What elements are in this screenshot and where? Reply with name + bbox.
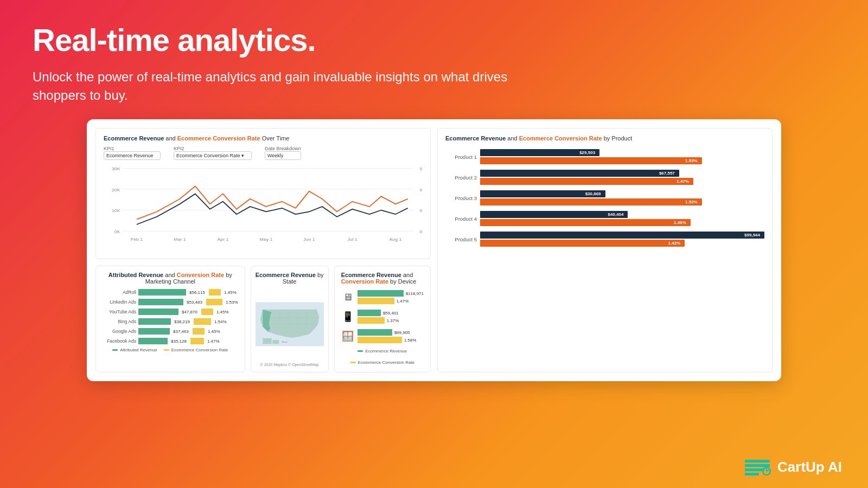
bar-title-bold: Ecommerce Revenue [445, 135, 506, 142]
product4-bars: $40,404 1.46% [480, 211, 764, 226]
line-chart-svg: 30K 20K 10K 0K 0.15 0.10 0.05 0.00 Feb 1… [104, 163, 423, 250]
line-title-orange: Ecommerce Conversion Rate [177, 135, 260, 142]
svg-text:Jun 1: Jun 1 [303, 237, 315, 242]
product1-bars: $29,503 1.53% [480, 149, 764, 164]
svg-rect-26 [263, 338, 271, 344]
svg-text:Aug 1: Aug 1 [390, 237, 402, 242]
svg-text:0.15: 0.15 [420, 167, 423, 171]
mobile-row: 📱 $59,401 1.37% [341, 310, 424, 324]
svg-text:May 1: May 1 [260, 237, 273, 242]
mobile-icon: 📱 [341, 311, 354, 323]
legend-yellow-dot [164, 349, 169, 351]
legend-green-dot [112, 349, 118, 351]
svg-text:30K: 30K [112, 167, 120, 171]
svg-text:Feb 1: Feb 1 [131, 237, 143, 242]
bar-chart-title: Ecommerce Revenue and Ecommerce Conversi… [445, 135, 764, 142]
kpi1-label: KPI1 [104, 146, 161, 151]
legend-rev-label: Attributed Revenue [120, 348, 157, 352]
mkt-google: Google Ads $37,463 1.45% [103, 328, 238, 335]
line-chart-title: Ecommerce Revenue and Ecommerce Conversi… [104, 135, 423, 142]
svg-text:0.00: 0.00 [420, 230, 423, 234]
tablet-rev-bar [358, 329, 392, 336]
svg-text:0.05: 0.05 [420, 209, 423, 213]
kpi-row: KPI1 Ecommerce Revenue KPI2 Ecommerce Co… [104, 146, 423, 160]
desktop-row: 🖥 $118,971 1.47% [341, 290, 424, 304]
page-subtitle: Unlock the power of real-time analytics … [33, 68, 521, 104]
product3-label: Product 3 [445, 195, 477, 201]
device-panel: Ecommerce Revenue and Conversion Rate by… [334, 266, 431, 373]
date-group: Date Breakdown Weekly [265, 146, 301, 160]
svg-rect-31 [745, 468, 764, 471]
kpi1-select[interactable]: Ecommerce Revenue [104, 151, 161, 160]
us-map-svg: Mexico [256, 289, 324, 359]
line-chart-panel: Ecommerce Revenue and Ecommerce Conversi… [95, 128, 431, 259]
main-content: Real-time analytics. Unlock the power of… [0, 0, 868, 392]
svg-rect-29 [745, 460, 770, 463]
mobile-conv-bar [358, 317, 385, 324]
logo-text: CartUp AI [777, 459, 842, 476]
desktop-conv-bar [358, 298, 394, 304]
svg-rect-27 [272, 340, 278, 344]
product4-conv-bar: 1.46% [480, 219, 691, 226]
product2-label: Product 2 [445, 175, 477, 181]
marketing-legend: Attributed Revenue Ecommerce Conversion … [103, 348, 238, 352]
svg-text:20K: 20K [112, 188, 120, 192]
marketing-panel: Attributed Revenue and Conversion Rate b… [95, 266, 245, 373]
product1-conv-bar: 1.53% [480, 157, 702, 164]
kpi1-group: KPI1 Ecommerce Revenue [104, 146, 161, 160]
product4-rev-bar: $40,404 [480, 211, 628, 218]
product3-rev-bar: $30,869 [480, 190, 605, 197]
product2-row: Product 2 $67,557 1.47% [445, 170, 764, 185]
bottom-row: Attributed Revenue and Conversion Rate b… [95, 266, 431, 373]
svg-text:0.10: 0.10 [420, 188, 423, 192]
bar-title-orange: Ecommerce Conversion Rate [519, 135, 602, 142]
product5-rev-bar: $99,944 [480, 232, 764, 239]
device-title: Ecommerce Revenue and Conversion Rate by… [341, 272, 424, 285]
svg-text:Mexico: Mexico [282, 341, 288, 343]
mkt-adroll: AdRoll $56,115 1.45% [103, 289, 238, 296]
bar-chart-panel: Ecommerce Revenue and Ecommerce Conversi… [437, 128, 773, 373]
map-title: Ecommerce Revenue by State [256, 272, 324, 285]
mobile-rev-bar [358, 310, 381, 316]
dev-title-orange: Conversion Rate [341, 278, 388, 285]
svg-text:Mar 1: Mar 1 [174, 237, 186, 242]
kpi2-group: KPI2 Ecommerce Conversion Rate ▾ [174, 146, 252, 160]
mkt-linkedin: LinkedIn Ads $53,483 1.53% [103, 299, 238, 305]
dev-title-bold1: Ecommerce Revenue [341, 272, 401, 278]
product-bars: Product 1 $29,503 1.53% Product 2 $67,55… [445, 149, 764, 247]
product5-conv-bar: 1.42% [480, 240, 685, 247]
product3-conv-bar: 1.53% [480, 198, 702, 206]
tablet-row: 🪟 $89,905 1.58% [341, 329, 424, 343]
mkt-title-bold: Attributed Revenue [108, 272, 163, 278]
dashboard-card: Ecommerce Revenue and Ecommerce Conversi… [87, 119, 781, 381]
product5-label: Product 5 [445, 236, 477, 242]
svg-rect-32 [745, 473, 759, 476]
desktop-icon: 🖥 [341, 292, 354, 303]
mkt-bing: Bing Ads $38,219 1.54% [103, 318, 238, 325]
product3-row: Product 3 $30,869 1.53% [445, 190, 764, 206]
dev-legend-conv: Ecommerce Conversion Rate [358, 360, 414, 365]
dev-legend-green [358, 350, 363, 352]
product1-rev-bar: $29,503 [480, 149, 599, 156]
mkt-facebook: Facebook Ads $35,128 1.47% [103, 338, 238, 344]
map-title-bold: Ecommerce Revenue [256, 272, 316, 278]
cartup-logo-icon [744, 455, 772, 478]
product5-bars: $99,944 1.42% [480, 232, 764, 247]
page-title: Real-time analytics. [33, 22, 835, 58]
product4-row: Product 4 $40,404 1.46% [445, 211, 764, 226]
legend-conv-label: Ecommerce Conversion Rate [171, 348, 228, 352]
product2-conv-bar: 1.47% [480, 178, 693, 185]
tablet-conv-bar [358, 337, 402, 343]
tablet-icon: 🪟 [341, 330, 354, 342]
dev-legend-yellow [350, 362, 356, 363]
date-select[interactable]: Weekly [265, 151, 301, 160]
marketing-bars: AdRoll $56,115 1.45% LinkedIn Ads $53,48 [103, 289, 238, 344]
svg-text:10K: 10K [112, 209, 120, 213]
svg-rect-30 [745, 464, 770, 467]
device-legend: Ecommerce Revenue Ecommerce Conversion R… [341, 349, 424, 365]
map-credit: © 2020 Mapbox © OpenStreetMap [256, 363, 324, 367]
svg-text:Apr 1: Apr 1 [218, 237, 229, 242]
product2-rev-bar: $67,557 [480, 170, 679, 177]
product1-label: Product 1 [445, 154, 477, 160]
kpi2-select[interactable]: Ecommerce Conversion Rate ▾ [174, 151, 252, 160]
